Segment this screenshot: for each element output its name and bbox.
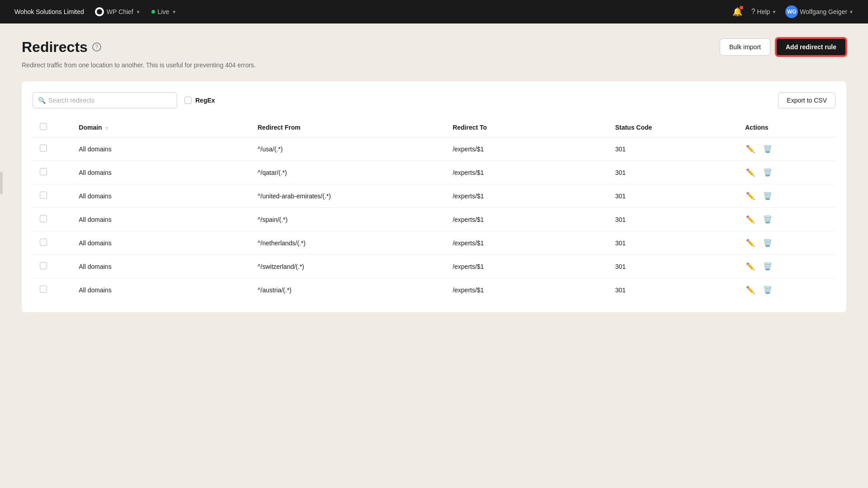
edit-button[interactable]: ✏️ — [745, 285, 756, 295]
redirect-from-cell: ^/usa/(.*) — [250, 137, 445, 161]
search-input[interactable] — [33, 92, 177, 108]
delete-button[interactable]: 🗑️ — [762, 191, 773, 201]
edit-button[interactable]: ✏️ — [745, 261, 756, 272]
top-navigation: Wohok Solutions Limited WP Chief ▼ Live … — [0, 0, 868, 23]
delete-button[interactable]: 🗑️ — [762, 144, 773, 154]
status-code-cell: 301 — [608, 161, 738, 184]
row-checkbox[interactable] — [40, 168, 47, 175]
regex-checkbox[interactable] — [184, 97, 192, 104]
redirect-to-cell: /experts/$1 — [445, 255, 608, 278]
question-icon: ? — [751, 8, 755, 16]
help-chevron-icon: ▼ — [772, 9, 776, 14]
domain-column-header[interactable]: Domain ↑ — [71, 117, 250, 137]
page-title: Redirects — [22, 39, 88, 56]
live-status-label: Live — [158, 8, 170, 15]
actions-cell: ✏️ 🗑️ — [738, 137, 835, 161]
notifications-button[interactable]: 🔔 — [732, 7, 742, 17]
redirect-to-cell: /experts/$1 — [445, 231, 608, 255]
table-row: All domains ^/netherlands/(.*) /experts/… — [33, 231, 835, 255]
domain-cell: All domains — [71, 255, 250, 278]
domain-cell: All domains — [71, 231, 250, 255]
live-status-dot — [151, 10, 155, 14]
search-wrapper: 🔍 — [33, 92, 177, 108]
regex-area: RegEx — [184, 97, 215, 104]
redirect-from-cell: ^/austria/(.*) — [250, 278, 445, 302]
redirects-table: Domain ↑ Redirect From Redirect To Statu… — [33, 117, 835, 301]
delete-button[interactable]: 🗑️ — [762, 238, 773, 248]
status-code-cell: 301 — [608, 184, 738, 208]
redirect-from-cell: ^/united-arab-emirates/(.*) — [250, 184, 445, 208]
redirect-from-column-header: Redirect From — [250, 117, 445, 137]
actions-column-header: Actions — [738, 117, 835, 137]
delete-button[interactable]: 🗑️ — [762, 214, 773, 225]
add-redirect-rule-button[interactable]: Add redirect rule — [776, 38, 846, 56]
row-check-cell — [33, 137, 71, 161]
action-icons: ✏️ 🗑️ — [745, 144, 828, 154]
redirect-to-cell: /experts/$1 — [445, 137, 608, 161]
redirect-to-cell: /experts/$1 — [445, 208, 608, 231]
delete-button[interactable]: 🗑️ — [762, 285, 773, 295]
table-header: Domain ↑ Redirect From Redirect To Statu… — [33, 117, 835, 137]
row-check-cell — [33, 161, 71, 184]
row-checkbox[interactable] — [40, 262, 47, 269]
status-chevron-icon: ▼ — [172, 9, 176, 14]
toolbar-left: 🔍 RegEx — [33, 92, 215, 108]
live-status-badge[interactable]: Live ▼ — [151, 8, 177, 15]
actions-cell: ✏️ 🗑️ — [738, 231, 835, 255]
table-body: All domains ^/usa/(.*) /experts/$1 301 ✏… — [33, 137, 835, 302]
table-row: All domains ^/usa/(.*) /experts/$1 301 ✏… — [33, 137, 835, 161]
row-checkbox[interactable] — [40, 215, 47, 222]
redirect-to-cell: /experts/$1 — [445, 184, 608, 208]
row-checkbox[interactable] — [40, 239, 47, 246]
edit-button[interactable]: ✏️ — [745, 167, 756, 178]
redirect-from-cell: ^/switzerland/(.*) — [250, 255, 445, 278]
wp-chevron-icon: ▼ — [136, 9, 141, 14]
main-content: Redirects ? Bulk import Add redirect rul… — [0, 23, 868, 327]
status-code-cell: 301 — [608, 208, 738, 231]
wp-site-selector[interactable]: WP Chief ▼ — [95, 7, 141, 16]
row-check-cell — [33, 255, 71, 278]
page-header: Redirects ? Bulk import Add redirect rul… — [22, 38, 846, 56]
topnav-right: 🔔 ? Help ▼ WG Wolfgang Geiger ▼ — [732, 5, 854, 18]
brand-name: Wohok Solutions Limited — [14, 8, 84, 15]
table-row: All domains ^/austria/(.*) /experts/$1 3… — [33, 278, 835, 302]
bulk-import-button[interactable]: Bulk import — [720, 38, 770, 56]
redirect-to-cell: /experts/$1 — [445, 161, 608, 184]
row-checkbox[interactable] — [40, 192, 47, 199]
edit-button[interactable]: ✏️ — [745, 238, 756, 248]
action-icons: ✏️ 🗑️ — [745, 167, 828, 178]
redirect-to-column-header: Redirect To — [445, 117, 608, 137]
user-avatar: WG — [785, 5, 798, 18]
table-toolbar: 🔍 RegEx Export to CSV — [33, 92, 835, 108]
redirect-from-cell: ^/spain/(.*) — [250, 208, 445, 231]
user-menu-button[interactable]: WG Wolfgang Geiger ▼ — [785, 5, 854, 18]
export-csv-button[interactable]: Export to CSV — [778, 92, 835, 108]
redirect-to-cell: /experts/$1 — [445, 278, 608, 302]
select-all-checkbox[interactable] — [40, 123, 47, 130]
row-checkbox[interactable] — [40, 286, 47, 293]
search-icon: 🔍 — [38, 97, 46, 104]
page-help-icon[interactable]: ? — [92, 42, 101, 52]
page-subtitle: Redirect traffic from one location to an… — [22, 61, 846, 69]
edit-button[interactable]: ✏️ — [745, 144, 756, 154]
domain-sort-icon: ↑ — [106, 125, 108, 131]
edit-button[interactable]: ✏️ — [745, 214, 756, 225]
domain-cell: All domains — [71, 208, 250, 231]
scroll-indicator[interactable] — [0, 172, 3, 194]
delete-button[interactable]: 🗑️ — [762, 167, 773, 178]
domain-cell: All domains — [71, 161, 250, 184]
action-icons: ✏️ 🗑️ — [745, 238, 828, 248]
table-row: All domains ^/spain/(.*) /experts/$1 301… — [33, 208, 835, 231]
help-button[interactable]: ? Help ▼ — [751, 8, 777, 16]
domain-cell: All domains — [71, 278, 250, 302]
delete-button[interactable]: 🗑️ — [762, 261, 773, 272]
status-code-column-header: Status Code — [608, 117, 738, 137]
table-container: 🔍 RegEx Export to CSV Domain — [22, 81, 846, 312]
row-checkbox[interactable] — [40, 145, 47, 152]
row-check-cell — [33, 231, 71, 255]
redirect-from-cell: ^/qatar/(.*) — [250, 161, 445, 184]
wordpress-logo — [95, 7, 104, 16]
table-row: All domains ^/united-arab-emirates/(.*) … — [33, 184, 835, 208]
row-check-cell — [33, 184, 71, 208]
edit-button[interactable]: ✏️ — [745, 191, 756, 201]
